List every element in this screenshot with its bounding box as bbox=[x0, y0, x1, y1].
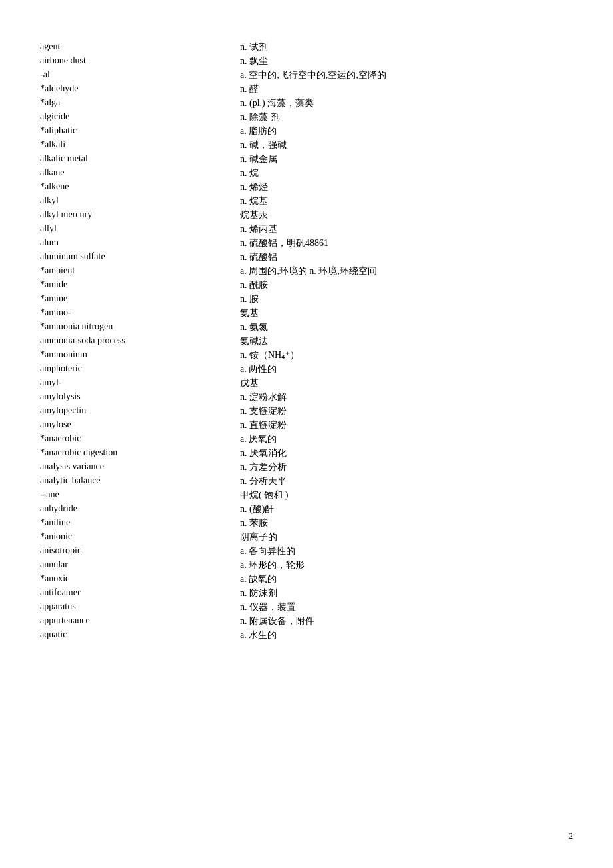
definition: n. 胺 bbox=[240, 292, 573, 306]
definition: n. 烷基 bbox=[240, 194, 573, 208]
list-item: --ane甲烷( 饱和 ) bbox=[40, 488, 573, 502]
list-item: alkyl mercury烷基汞 bbox=[40, 208, 573, 222]
term: agent bbox=[40, 40, 240, 54]
term: *alkali bbox=[40, 138, 240, 152]
definition: n. 飘尘 bbox=[240, 54, 573, 68]
definition: n. 酰胺 bbox=[240, 278, 573, 292]
definition: n. 醛 bbox=[240, 82, 573, 96]
definition: n. 碱金属 bbox=[240, 152, 573, 166]
term: allyl bbox=[40, 222, 240, 236]
list-item: *anoxica. 缺氧的 bbox=[40, 572, 573, 586]
term: annular bbox=[40, 558, 240, 572]
definition: n. 硫酸铝，明矾48861 bbox=[240, 236, 573, 250]
list-item: aquatica. 水生的 bbox=[40, 628, 573, 642]
list-item: ammonia-soda process氨碱法 bbox=[40, 334, 573, 348]
list-item: amylosen. 直链淀粉 bbox=[40, 418, 573, 432]
term: *anaerobic digestion bbox=[40, 446, 240, 460]
list-item: *ambienta. 周围的,环境的 n. 环境,环绕空间 bbox=[40, 264, 573, 278]
list-item: anhydriden. (酸)酐 bbox=[40, 502, 573, 516]
definition: n. 厌氧消化 bbox=[240, 446, 573, 460]
list-item: -ala. 空中的,飞行空中的,空运的,空降的 bbox=[40, 68, 573, 82]
definition: n. 淀粉水解 bbox=[240, 390, 573, 404]
list-item: algiciden. 除藻 剂 bbox=[40, 110, 573, 124]
definition: n. 试剂 bbox=[240, 40, 573, 54]
list-item: analytic balancen. 分析天平 bbox=[40, 474, 573, 488]
list-item: amyl-戊基 bbox=[40, 376, 573, 390]
term: alkyl bbox=[40, 194, 240, 208]
term: --ane bbox=[40, 488, 240, 502]
term: *ambient bbox=[40, 264, 240, 278]
dictionary-table: agentn. 试剂airbone dustn. 飘尘-ala. 空中的,飞行空… bbox=[40, 40, 573, 642]
list-item: apparatusn. 仪器，装置 bbox=[40, 600, 573, 614]
list-item: agentn. 试剂 bbox=[40, 40, 573, 54]
term: *anaerobic bbox=[40, 432, 240, 446]
list-item: *anaerobica. 厌氧的 bbox=[40, 432, 573, 446]
list-item: aluminum sulfaten. 硫酸铝 bbox=[40, 250, 573, 264]
term: amyl- bbox=[40, 376, 240, 390]
definition: a. 周围的,环境的 n. 环境,环绕空间 bbox=[240, 264, 573, 278]
term: *ammonium bbox=[40, 348, 240, 362]
definition: 甲烷( 饱和 ) bbox=[240, 488, 573, 502]
definition: a. 缺氧的 bbox=[240, 572, 573, 586]
term: *aldehyde bbox=[40, 82, 240, 96]
definition: a. 两性的 bbox=[240, 362, 573, 376]
definition: 阴离子的 bbox=[240, 530, 573, 544]
list-item: amphoterica. 两性的 bbox=[40, 362, 573, 376]
term: appurtenance bbox=[40, 614, 240, 628]
definition: a. 脂肪的 bbox=[240, 124, 573, 138]
definition: 氨碱法 bbox=[240, 334, 573, 348]
list-item: *ammoniumn. 铵（NH₄⁺） bbox=[40, 348, 573, 362]
list-item: *ammonia nitrogenn. 氨氮 bbox=[40, 320, 573, 334]
term: alkane bbox=[40, 166, 240, 180]
term: *aliphatic bbox=[40, 124, 240, 138]
term: *anionic bbox=[40, 530, 240, 544]
list-item: *amino-氨基 bbox=[40, 306, 573, 320]
term: apparatus bbox=[40, 600, 240, 614]
list-item: anisotropica. 各向异性的 bbox=[40, 544, 573, 558]
definition: n. 苯胺 bbox=[240, 516, 573, 530]
list-item: *anaerobic digestionn. 厌氧消化 bbox=[40, 446, 573, 460]
term: airbone dust bbox=[40, 54, 240, 68]
term: analytic balance bbox=[40, 474, 240, 488]
definition: 戊基 bbox=[240, 376, 573, 390]
term: alum bbox=[40, 236, 240, 250]
term: amylose bbox=[40, 418, 240, 432]
definition: n. 铵（NH₄⁺） bbox=[240, 348, 573, 362]
list-item: alkalic metaln. 碱金属 bbox=[40, 152, 573, 166]
term: ammonia-soda process bbox=[40, 334, 240, 348]
term: *alkene bbox=[40, 180, 240, 194]
term: aluminum sulfate bbox=[40, 250, 240, 264]
definition: n. 附属设备，附件 bbox=[240, 614, 573, 628]
list-item: *aldehyden. 醛 bbox=[40, 82, 573, 96]
term: alkalic metal bbox=[40, 152, 240, 166]
term: *amide bbox=[40, 278, 240, 292]
list-item: *amiden. 酰胺 bbox=[40, 278, 573, 292]
term: aquatic bbox=[40, 628, 240, 642]
list-item: *anionic阴离子的 bbox=[40, 530, 573, 544]
list-item: *aliphatica. 脂肪的 bbox=[40, 124, 573, 138]
definition: n. 烯烃 bbox=[240, 180, 573, 194]
definition: n. 直链淀粉 bbox=[240, 418, 573, 432]
list-item: alkyln. 烷基 bbox=[40, 194, 573, 208]
list-item: *algan. (pl.) 海藻，藻类 bbox=[40, 96, 573, 110]
definition: n. 方差分析 bbox=[240, 460, 573, 474]
term: *alga bbox=[40, 96, 240, 110]
definition: n. 支链淀粉 bbox=[240, 404, 573, 418]
definition: n. 烯丙基 bbox=[240, 222, 573, 236]
definition: n. 碱，强碱 bbox=[240, 138, 573, 152]
page-number: 2 bbox=[569, 831, 574, 841]
definition: n. 除藻 剂 bbox=[240, 110, 573, 124]
term: amylopectin bbox=[40, 404, 240, 418]
definition: n. (pl.) 海藻，藻类 bbox=[240, 96, 573, 110]
term: anisotropic bbox=[40, 544, 240, 558]
term: alkyl mercury bbox=[40, 208, 240, 222]
list-item: antifoamern. 防沫剂 bbox=[40, 586, 573, 600]
term: antifoamer bbox=[40, 586, 240, 600]
definition: n. 仪器，装置 bbox=[240, 600, 573, 614]
list-item: *alkalin. 碱，强碱 bbox=[40, 138, 573, 152]
definition: a. 厌氧的 bbox=[240, 432, 573, 446]
definition: n. 分析天平 bbox=[240, 474, 573, 488]
list-item: airbone dustn. 飘尘 bbox=[40, 54, 573, 68]
definition: a. 空中的,飞行空中的,空运的,空降的 bbox=[240, 68, 573, 82]
term: amphoteric bbox=[40, 362, 240, 376]
